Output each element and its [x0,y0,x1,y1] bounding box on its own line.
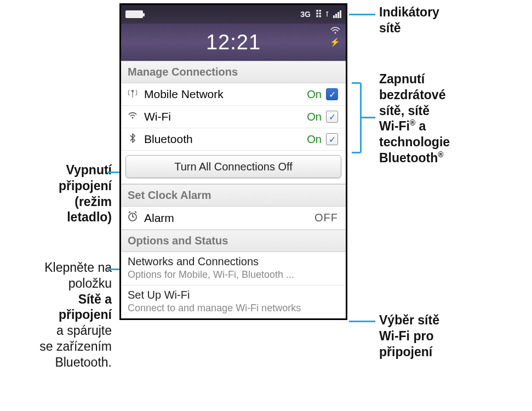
callout-text: sítě [379,20,439,36]
svg-line-8 [135,212,136,213]
state-label: On [307,88,322,101]
network-3g-label: 3G [300,10,311,19]
blackberry-logo-icon: ⠿ [315,8,321,20]
callout-text: připojení [59,178,112,194]
wifi-icon [127,111,139,123]
clock-banner: 12:21 ⚡ [121,24,346,61]
callout-text: Wi-Fi® a [379,118,450,134]
option-subtitle: Options for Mobile, Wi-Fi, Bluetooth ... [128,269,339,281]
callout-text: Bluetooth. [39,355,112,370]
callout-text: Klepněte na [39,260,112,276]
alarm-state: OFF [314,212,338,224]
option-subtitle: Connect to and manage Wi-Fi networks [128,302,339,314]
antenna-icon: ⊺ [325,10,329,18]
option-title: Set Up Wi-Fi [128,289,339,301]
diagram-root: Vypnutí připojení (režim letadlo) Klepně… [0,0,532,411]
callout-text: letadlo) [59,209,112,225]
clock-time: 12:21 [206,31,261,54]
svg-line-7 [129,212,130,213]
turn-all-off-button[interactable]: Turn All Connections Off [125,155,341,178]
row-bluetooth[interactable]: Bluetooth On ✓ [121,128,346,151]
row-label: Wi-Fi [144,110,171,123]
turn-off-button-wrap: Turn All Connections Off [121,151,346,184]
signal-icon [333,10,341,18]
callout-text: Wi-Fi pro [379,328,439,344]
battery-icon [125,10,143,18]
row-label: Mobile Network [144,88,224,101]
section-set-clock-alarm: Set Clock Alarm [121,184,346,207]
left-callouts: Vypnutí připojení (režim letadlo) Klepně… [0,0,117,411]
mobile-antenna-icon [127,88,139,101]
leader-line [349,14,375,15]
checkbox-bluetooth[interactable]: ✓ [326,133,338,145]
bluetooth-icon [127,133,139,146]
callout-text: připojení [379,344,439,360]
row-networks-connections[interactable]: Networks and Connections Options for Mob… [121,252,346,286]
row-mobile-network[interactable]: Mobile Network On ✓ [121,83,346,106]
section-manage-connections: Manage Connections [121,61,346,83]
row-wifi[interactable]: Wi-Fi On ✓ [121,106,346,128]
state-label: On [307,133,322,146]
callout-text: sítě, sítě [379,103,450,119]
option-title: Networks and Connections [128,255,339,268]
callout-text: Vypnutí [59,162,112,178]
callout-text: (režim [59,194,112,210]
callout-text: položku [39,276,112,292]
callout-text: Indikátory [379,4,439,20]
callout-text: Bluetooth® [379,150,450,166]
svg-point-2 [132,90,134,92]
callout-toggles: Zapnutí bezdrátové sítě, sítě Wi-Fi® a t… [379,71,450,166]
state-label: On [307,111,322,123]
callout-indicators: Indikátory sítě [379,4,439,36]
row-label: Alarm [144,212,174,225]
leader-line [349,321,375,322]
svg-point-3 [132,117,134,118]
leader-line [362,117,375,118]
row-alarm[interactable]: Alarm OFF [121,207,346,230]
section-options-status: Options and Status [121,230,346,252]
callout-text: Sítě a [39,292,112,307]
phone-screenshot: 3G ⠿ ⊺ 12:21 ⚡ Manage Connections [119,3,347,320]
bluetooth-icon: ⚡ [330,37,340,47]
callout-networks-link: Klepněte na položku Sítě a připojení a s… [39,260,112,370]
wifi-icon [330,27,340,36]
callout-text: Výběr sítě [379,312,439,328]
row-label: Bluetooth [144,133,193,146]
status-right-group: 3G ⠿ ⊺ [300,8,341,20]
callout-text: technologie [379,134,450,150]
status-bar: 3G ⠿ ⊺ [121,5,346,24]
callout-text: Zapnutí [379,71,450,87]
callout-airplane-mode: Vypnutí připojení (režim letadlo) [59,162,112,225]
callout-text: bezdrátové [379,87,450,103]
leader-bracket [352,82,362,153]
row-setup-wifi[interactable]: Set Up Wi-Fi Connect to and manage Wi-Fi… [121,286,346,318]
checkbox-wifi[interactable]: ✓ [326,111,338,123]
checkbox-mobile[interactable]: ✓ [326,88,338,100]
callout-wifi-select: Výběr sítě Wi-Fi pro připojení [379,312,439,359]
svg-point-0 [335,32,336,34]
alarm-clock-icon [127,211,139,225]
callout-text: se zařízením [39,339,112,355]
clock-side-icons: ⚡ [330,27,340,47]
callout-text: a spárujte [39,323,112,339]
right-callouts: Indikátory sítě Zapnutí bezdrátové sítě,… [353,0,528,411]
callout-text: připojení [39,307,112,323]
